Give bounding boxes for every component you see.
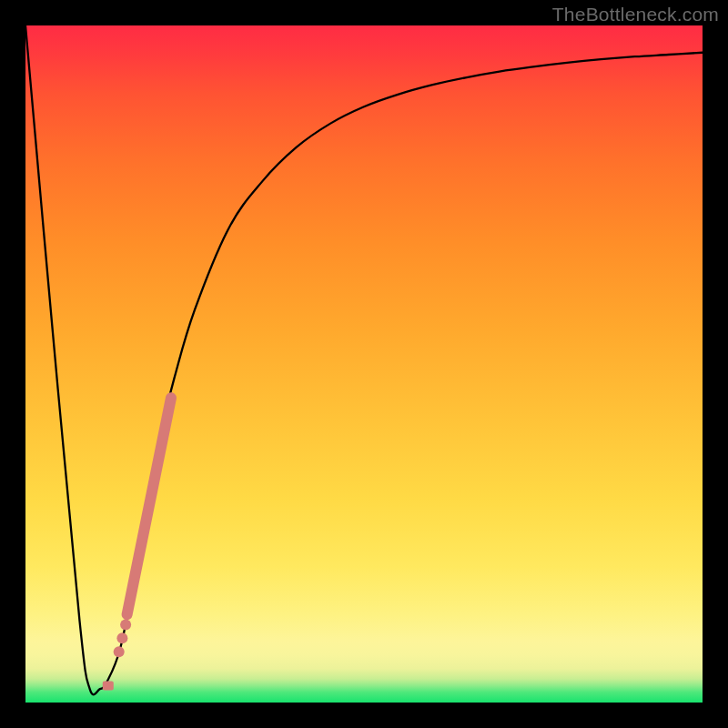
bottom-marker-rect xyxy=(103,681,114,690)
plot-area xyxy=(25,25,703,703)
highlight-dot xyxy=(114,646,125,657)
watermark-text: TheBottleneck.com xyxy=(552,4,719,25)
highlight-dot xyxy=(120,619,131,630)
highlight-range-line xyxy=(127,398,171,614)
chart-frame: TheBottleneck.com xyxy=(0,0,728,728)
highlight-dots-group xyxy=(114,619,131,657)
chart-svg xyxy=(25,25,703,703)
highlight-dot xyxy=(116,632,127,643)
